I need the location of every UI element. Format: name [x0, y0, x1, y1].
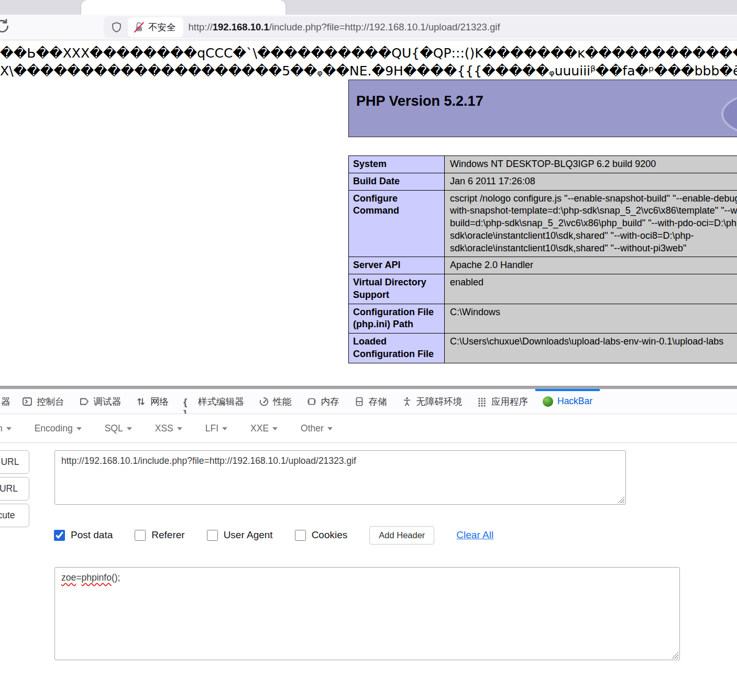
debugger-icon: [79, 396, 90, 407]
phpinfo-row-value: Jan 6 2011 17:26:08: [445, 173, 737, 190]
hackbar-postdata-textarea[interactable]: zoe=phpinfo();: [54, 567, 680, 660]
style-editor-icon: { }: [183, 396, 194, 407]
browser-tab-strip: [0, 0, 737, 15]
devtools-tab-storage[interactable]: 存储: [347, 389, 394, 414]
phpinfo-row-value: cscript /nologo configure.js "--enable-s…: [445, 190, 737, 257]
tab-label: 性能: [273, 395, 292, 408]
phpinfo-header: PHP Version 5.2.17: [348, 80, 737, 137]
checkbox-group-referer: Referer: [135, 529, 184, 541]
storage-icon: [354, 396, 365, 407]
devtools-tab-style-editor[interactable]: { }样式编辑器: [176, 389, 251, 414]
phpinfo-row-label: Loaded Configuration File: [349, 334, 445, 363]
phpinfo-row-label: Virtual Directory Support: [349, 274, 445, 304]
devtools-tab-performance[interactable]: 性能: [251, 389, 299, 414]
garbled-line-1: ��Ь��XXX��������qCCC�`\����������QU{�QP:…: [0, 45, 737, 62]
post-data-checkbox[interactable]: [54, 530, 65, 541]
checkbox-group-post-data: Post data: [54, 529, 113, 541]
devtools-tab-accessibility[interactable]: 无障碍环境: [394, 389, 470, 414]
console-icon: [22, 396, 32, 407]
tab-label: 器: [1, 395, 10, 408]
security-label: 不安全: [148, 21, 176, 34]
phpinfo-row-value: enabled: [445, 274, 737, 304]
tab-label: 调试器: [94, 395, 122, 408]
hackbar-url-value: http://192.168.10.1/include.php?file=htt…: [61, 455, 356, 466]
hackbar-menu-sql[interactable]: SQL: [105, 423, 132, 434]
application-icon: [477, 396, 487, 407]
garbled-binary-output: ��Ь��XXX��������qCCC�`\����������QU{�QP:…: [0, 45, 737, 81]
url-display[interactable]: http://192.168.10.1/include.php?file=htt…: [189, 21, 500, 33]
checkbox-label: Referer: [151, 529, 184, 541]
checkbox-label: Post data: [71, 529, 113, 541]
menu-label: Other: [301, 423, 324, 434]
load-url-button[interactable]: Load URL: [0, 450, 29, 474]
tab-label: 应用程序: [491, 395, 528, 408]
hackbar-menu-row: EncryptionEncodingSQLXSSLFIXXEOther: [0, 414, 737, 443]
misspelled-word: zoe: [61, 572, 76, 583]
phpinfo-row-value: C:\Users\chuxue\Downloads\upload-labs-en…: [445, 334, 737, 363]
hackbar-options-row: Post dataRefererUser AgentCookies Add He…: [54, 526, 493, 545]
menu-label: XXE: [250, 423, 269, 434]
phpinfo-title: PHP Version 5.2.17: [349, 80, 737, 109]
hackbar-icon: [543, 396, 553, 407]
clear-all-link[interactable]: Clear All: [456, 529, 493, 541]
hackbar-menu-encoding[interactable]: Encoding: [35, 423, 82, 434]
tab-label: 存储: [369, 395, 387, 408]
menu-label: XSS: [155, 423, 173, 434]
phpinfo-row-label: Configure Command: [349, 190, 445, 257]
cookies-checkbox[interactable]: [295, 530, 306, 541]
devtools-tab-inspector[interactable]: 器: [0, 389, 15, 414]
execute-button[interactable]: Execute: [0, 504, 29, 527]
add-header-button[interactable]: Add Header: [369, 526, 434, 545]
phpinfo-row: SystemWindows NT DESKTOP-BLQ3IGP 6.2 bui…: [349, 156, 737, 173]
devtools-tab-hackbar[interactable]: HackBar: [535, 389, 600, 414]
address-bar[interactable]: 不安全 http://192.168.10.1/include.php?file…: [104, 16, 737, 38]
devtools-tab-application[interactable]: 应用程序: [469, 389, 535, 414]
resize-handle[interactable]: [672, 652, 678, 659]
phpinfo-section: PHP Version 5.2.17 SystemWindows NT DESK…: [348, 80, 737, 363]
split-url-button[interactable]: Split URL: [0, 477, 29, 501]
menu-label: Encoding: [35, 423, 73, 434]
chevron-down-icon: [76, 427, 82, 430]
chevron-down-icon: [6, 427, 12, 430]
chevron-down-icon: [222, 427, 227, 430]
hackbar-menu-encryption[interactable]: Encryption: [0, 423, 12, 434]
devtools-tab-debugger[interactable]: 调试器: [72, 389, 129, 414]
phpinfo-row: Virtual Directory Supportenabled: [349, 274, 737, 304]
checkbox-group-user-agent: User Agent: [207, 529, 273, 541]
tab-label: 控制台: [37, 395, 64, 408]
hackbar-url-textarea[interactable]: http://192.168.10.1/include.php?file=htt…: [54, 450, 626, 505]
security-badge[interactable]: 不安全: [128, 17, 183, 37]
phpinfo-row-value: C:\Windows: [445, 304, 737, 334]
hackbar-menu-xxe[interactable]: XXE: [250, 423, 278, 434]
garbled-line-2: X\��������������������5��ᵩ��NE.�9H����{{…: [0, 62, 737, 80]
devtools-tab-memory[interactable]: 内存: [299, 389, 347, 414]
phpinfo-row-label: Configuration File (php.ini) Path: [349, 304, 445, 334]
phpinfo-row-label: Build Date: [349, 173, 445, 190]
phpinfo-row-value: Windows NT DESKTOP-BLQ3IGP 6.2 build 920…: [445, 156, 737, 173]
phpinfo-row: Server APIApache 2.0 Handler: [349, 257, 737, 274]
referer-checkbox[interactable]: [135, 530, 146, 541]
resize-handle[interactable]: [618, 496, 624, 503]
checkbox-label: Cookies: [312, 529, 348, 541]
devtools-tab-network[interactable]: 网络: [128, 389, 176, 414]
broken-lock-icon: [132, 20, 146, 34]
browser-active-tab[interactable]: [81, 0, 285, 15]
hackbar-menu-lfi[interactable]: LFI: [205, 423, 227, 434]
user-agent-checkbox[interactable]: [207, 530, 218, 541]
chevron-down-icon: [177, 427, 182, 430]
accessibility-icon: [402, 396, 412, 407]
misspelled-word: phpinfo: [81, 572, 111, 583]
phpinfo-row-label: Server API: [349, 257, 445, 274]
menu-label: LFI: [205, 423, 218, 434]
hackbar-menu-other[interactable]: Other: [301, 423, 333, 434]
tab-label: HackBar: [557, 396, 592, 407]
tab-label: 样式编辑器: [198, 395, 244, 408]
reload-icon[interactable]: [0, 18, 10, 35]
tab-label: 无障碍环境: [416, 395, 463, 408]
devtools-tab-console[interactable]: 控制台: [15, 389, 72, 414]
phpinfo-row-value: Apache 2.0 Handler: [445, 257, 737, 274]
phpinfo-row-label: System: [349, 156, 445, 173]
hackbar-menu-xss[interactable]: XSS: [155, 423, 182, 434]
shield-icon[interactable]: [110, 21, 123, 34]
menu-label: Encryption: [0, 423, 3, 434]
